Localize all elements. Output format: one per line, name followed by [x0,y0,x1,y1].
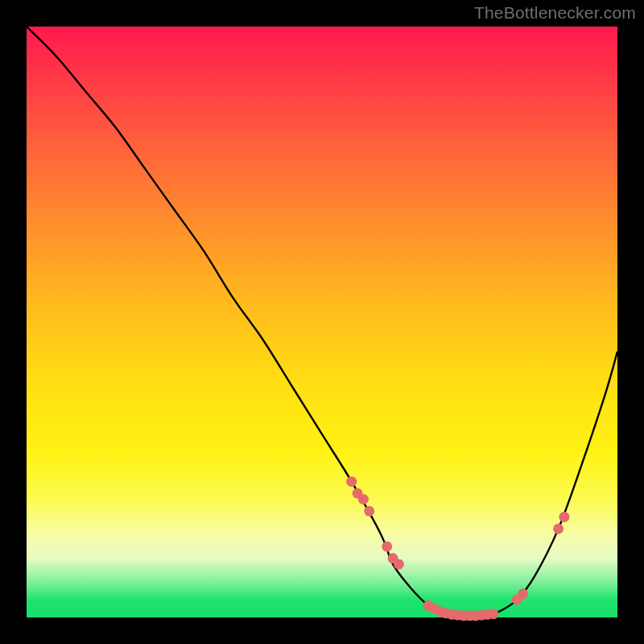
marker-point [488,609,498,619]
marker-point [364,506,374,516]
marker-point [553,523,564,534]
chart-frame: TheBottlenecker.com [0,0,644,644]
marker-point [382,541,392,551]
watermark-text: TheBottlenecker.com [474,3,636,23]
marker-point [358,494,369,505]
plot-area [27,27,617,617]
marker-point [394,559,404,569]
curve-svg [27,27,617,617]
marker-group [346,477,569,621]
marker-point [346,477,357,487]
marker-point [518,588,528,599]
bottleneck-curve [27,27,617,616]
marker-point [559,512,569,522]
